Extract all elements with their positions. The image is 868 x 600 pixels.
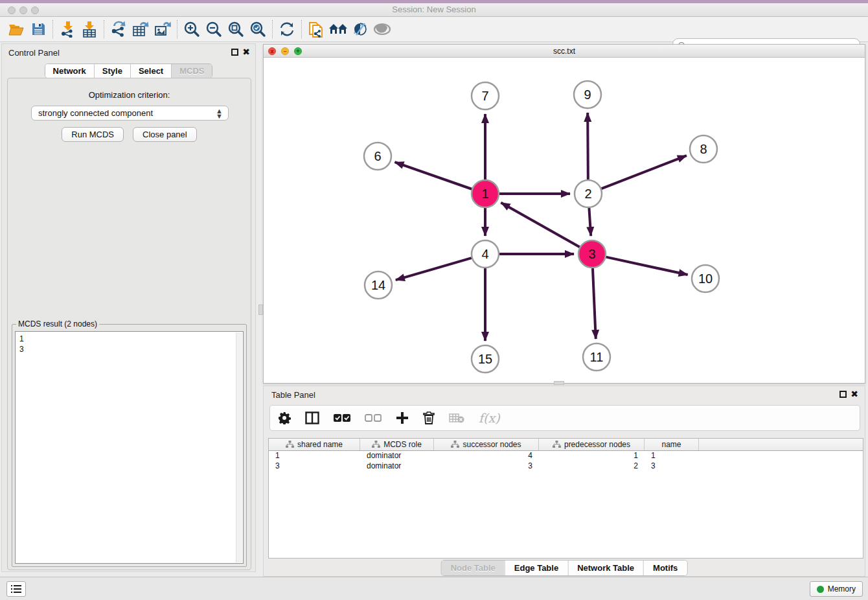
criterion-select[interactable]: strongly connected component ▲▼ xyxy=(31,106,229,121)
tab-network[interactable]: Network xyxy=(45,64,94,78)
column-header-successor-nodes[interactable]: successor nodes xyxy=(434,439,539,450)
edge-3-11[interactable] xyxy=(593,268,596,339)
refresh-layout-icon[interactable] xyxy=(276,19,298,40)
export-network-icon[interactable] xyxy=(108,19,130,40)
node-table[interactable]: shared nameMCDS rolesuccessor nodesprede… xyxy=(268,438,863,559)
table-cell[interactable]: dominator xyxy=(360,461,434,472)
table-row[interactable]: 3dominator323 xyxy=(269,461,863,472)
function-builder-icon[interactable]: f(x) xyxy=(479,411,500,425)
home-icon[interactable] xyxy=(327,19,349,40)
node-label-7: 7 xyxy=(481,89,488,103)
table-cell[interactable]: 2 xyxy=(539,461,645,472)
tab-network-table[interactable]: Network Table xyxy=(567,560,643,575)
deselect-all-columns-icon[interactable] xyxy=(365,413,382,422)
node-label-6: 6 xyxy=(374,149,381,163)
table-splitter-grip[interactable] xyxy=(554,381,564,385)
network-graph[interactable]: 7968124314101511 xyxy=(264,58,865,383)
zoom-fit-icon[interactable] xyxy=(225,19,247,40)
table-cell[interactable]: 4 xyxy=(434,451,539,461)
import-network-icon[interactable] xyxy=(56,19,78,40)
close-panel-button[interactable]: Close panel xyxy=(133,127,197,142)
save-session-icon[interactable] xyxy=(27,19,49,40)
mcds-result-list[interactable]: 13 xyxy=(15,331,244,564)
column-header-shared-name[interactable]: shared name xyxy=(269,439,360,450)
select-all-columns-icon[interactable] xyxy=(334,413,350,422)
mcds-result-group: MCDS result (2 nodes) 13 xyxy=(12,319,247,567)
tab-edge-table[interactable]: Edge Table xyxy=(505,560,567,575)
node-label-14: 14 xyxy=(371,278,385,292)
optimization-criterion-label: Optimization criterion: xyxy=(8,90,251,100)
status-bar: Memory xyxy=(0,577,868,600)
toolbar-separator xyxy=(272,20,273,38)
task-history-button[interactable] xyxy=(6,581,26,597)
table-cell[interactable]: 1 xyxy=(269,451,360,461)
table-cell[interactable]: 1 xyxy=(645,451,699,461)
node-label-4: 4 xyxy=(481,247,488,261)
table-cell[interactable]: 3 xyxy=(269,461,360,472)
edge-2-3[interactable] xyxy=(589,208,591,236)
edge-3-10[interactable] xyxy=(606,257,687,275)
show-graphics-icon[interactable] xyxy=(371,19,393,40)
settings-icon[interactable] xyxy=(278,411,291,424)
hide-details-icon[interactable] xyxy=(349,19,371,40)
table-cell[interactable]: 3 xyxy=(434,461,539,472)
tab-motifs[interactable]: Motifs xyxy=(643,560,687,575)
node-label-1: 1 xyxy=(481,187,488,201)
tab-mcds[interactable]: MCDS xyxy=(171,64,212,78)
select-stepper-icon: ▲▼ xyxy=(216,108,223,119)
toolbar-separator xyxy=(177,20,177,38)
zoom-out-icon[interactable] xyxy=(203,19,225,40)
table-cell[interactable]: dominator xyxy=(360,451,434,461)
run-mcds-button[interactable]: Run MCDS xyxy=(62,127,124,142)
column-header-MCDS-role[interactable]: MCDS role xyxy=(360,439,434,450)
titlebar-accent xyxy=(0,0,868,3)
delete-column-icon[interactable] xyxy=(423,411,435,424)
edge-3-1[interactable] xyxy=(501,203,579,247)
zoom-in-icon[interactable] xyxy=(181,19,203,40)
node-label-8: 8 xyxy=(700,142,707,156)
network-from-selection-icon[interactable] xyxy=(305,19,327,40)
column-header-predecessor-nodes[interactable]: predecessor nodes xyxy=(539,439,645,450)
toolbar-separator xyxy=(104,20,104,38)
table-row[interactable]: 1dominator411 xyxy=(269,451,863,461)
memory-button[interactable]: Memory xyxy=(810,581,863,597)
show-columns-icon[interactable] xyxy=(305,411,319,424)
table-cell[interactable]: 1 xyxy=(539,451,645,461)
control-panel-title: Control Panel xyxy=(8,48,60,58)
mcds-panel: Optimization criterion: strongly connect… xyxy=(7,78,251,570)
edge-2-9[interactable] xyxy=(588,113,588,179)
zoom-selected-icon[interactable] xyxy=(247,19,269,40)
result-scrollbar[interactable] xyxy=(236,332,242,562)
open-session-icon[interactable] xyxy=(5,19,27,40)
edge-2-8[interactable] xyxy=(602,156,687,189)
tab-node-table[interactable]: Node Table xyxy=(442,560,505,575)
tab-select[interactable]: Select xyxy=(130,64,171,78)
delete-table-icon[interactable] xyxy=(449,413,464,423)
window-title: Session: New Session xyxy=(0,5,868,14)
panel-splitter-grip[interactable] xyxy=(258,305,263,315)
float-panel-icon[interactable] xyxy=(231,49,238,56)
network-canvas[interactable]: 7968124314101511 xyxy=(264,58,865,383)
control-panel-tabs: NetworkStyleSelectMCDS xyxy=(45,63,213,78)
export-image-icon[interactable] xyxy=(152,19,174,40)
float-table-panel-icon[interactable] xyxy=(839,391,847,398)
table-panel: Table Panel ✖ f(x) shared nameMCDS roles… xyxy=(263,386,865,577)
close-table-panel-icon[interactable]: ✖ xyxy=(851,389,858,399)
node-label-3: 3 xyxy=(588,247,595,261)
add-column-icon[interactable] xyxy=(396,411,409,424)
node-label-10: 10 xyxy=(698,271,713,286)
tab-style[interactable]: Style xyxy=(94,64,130,78)
edge-4-14[interactable] xyxy=(396,258,472,280)
network-window-titlebar[interactable]: x – + scc.txt xyxy=(264,45,865,58)
export-table-icon[interactable] xyxy=(130,19,152,40)
column-header-name[interactable]: name xyxy=(645,439,699,450)
mcds-result-line: 3 xyxy=(19,344,239,354)
memory-status-icon xyxy=(817,586,824,593)
table-panel-header: Table Panel ✖ xyxy=(264,386,865,403)
close-panel-icon[interactable]: ✖ xyxy=(242,47,250,57)
control-panel-header: Control Panel ✖ xyxy=(2,44,255,61)
import-table-icon[interactable] xyxy=(78,19,100,40)
toolbar-separator xyxy=(301,20,302,38)
edge-1-6[interactable] xyxy=(394,162,472,189)
table-cell[interactable]: 3 xyxy=(645,461,699,472)
